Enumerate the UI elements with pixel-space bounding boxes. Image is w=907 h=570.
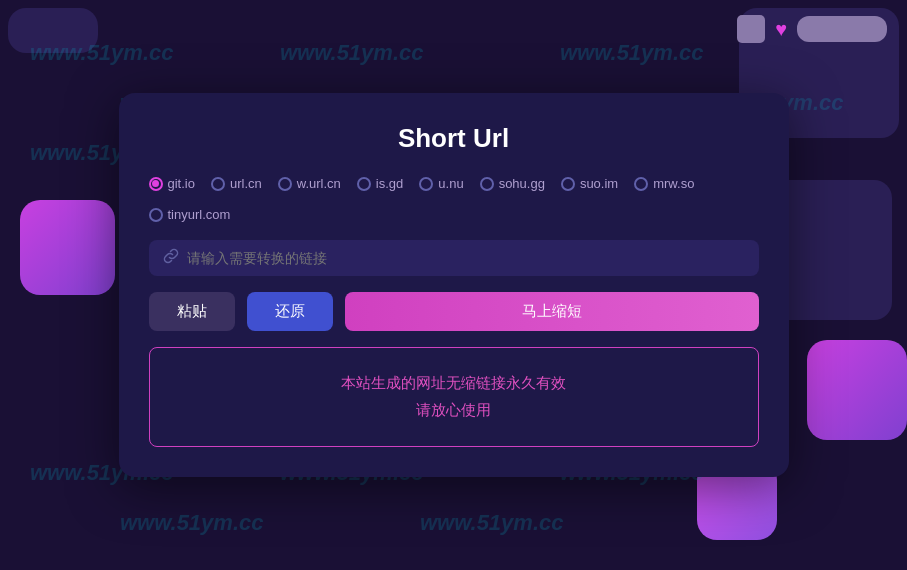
- radio-sohu.gg[interactable]: sohu.gg: [480, 176, 545, 191]
- radio-circle-git.io: [149, 177, 163, 191]
- radio-circle-url.cn: [211, 177, 225, 191]
- heart-icon: ♥: [775, 18, 787, 41]
- watermark-14: www.51ym.cc: [420, 510, 563, 536]
- restore-button[interactable]: 还原: [247, 292, 333, 331]
- topbar: ♥: [737, 15, 887, 43]
- radio-circle-is.gd: [357, 177, 371, 191]
- radio-label-u.nu: u.nu: [438, 176, 463, 191]
- button-row: 粘贴 还原 马上缩短: [149, 292, 759, 331]
- radio-circle-u.nu: [419, 177, 433, 191]
- modal: Short Url git.io url.cn w.url.cn is.gd u…: [119, 93, 789, 477]
- paste-button[interactable]: 粘贴: [149, 292, 235, 331]
- result-text-main: 本站生成的网址无缩链接永久有效: [341, 374, 566, 393]
- result-text-sub: 请放心使用: [416, 401, 491, 420]
- radio-suo.im[interactable]: suo.im: [561, 176, 618, 191]
- blob-topleft: [8, 8, 98, 53]
- radio-label-mrw.so: mrw.so: [653, 176, 694, 191]
- watermark-13: www.51ym.cc: [120, 510, 263, 536]
- watermark-3: www.51ym.cc: [560, 40, 703, 66]
- topbar-square: [737, 15, 765, 43]
- url-input[interactable]: [187, 250, 745, 266]
- shorten-button[interactable]: 马上缩短: [345, 292, 759, 331]
- radio-circle-mrw.so: [634, 177, 648, 191]
- radio-circle-suo.im: [561, 177, 575, 191]
- radio-mrw.so[interactable]: mrw.so: [634, 176, 694, 191]
- blob-rightlower: [807, 340, 907, 440]
- radio-label-is.gd: is.gd: [376, 176, 403, 191]
- radio-label-git.io: git.io: [168, 176, 195, 191]
- modal-title: Short Url: [149, 123, 759, 154]
- radio-git.io[interactable]: git.io: [149, 176, 195, 191]
- radio-circle-w.url.cn: [278, 177, 292, 191]
- result-box: 本站生成的网址无缩链接永久有效 请放心使用: [149, 347, 759, 447]
- radio-label-sohu.gg: sohu.gg: [499, 176, 545, 191]
- radio-w.url.cn[interactable]: w.url.cn: [278, 176, 341, 191]
- radio-label-suo.im: suo.im: [580, 176, 618, 191]
- radio-label-tinyurl.com: tinyurl.com: [168, 207, 231, 222]
- radio-label-w.url.cn: w.url.cn: [297, 176, 341, 191]
- radio-circle-tinyurl.com: [149, 208, 163, 222]
- radio-tinyurl.com[interactable]: tinyurl.com: [149, 207, 231, 222]
- watermark-2: www.51ym.cc: [280, 40, 423, 66]
- radio-group: git.io url.cn w.url.cn is.gd u.nu sohu.g…: [149, 176, 759, 222]
- radio-url.cn[interactable]: url.cn: [211, 176, 262, 191]
- radio-label-url.cn: url.cn: [230, 176, 262, 191]
- radio-u.nu[interactable]: u.nu: [419, 176, 463, 191]
- radio-circle-sohu.gg: [480, 177, 494, 191]
- url-input-row: [149, 240, 759, 276]
- topbar-pill: [797, 16, 887, 42]
- radio-is.gd[interactable]: is.gd: [357, 176, 403, 191]
- link-icon: [163, 248, 179, 268]
- blob-leftmid: [20, 200, 115, 295]
